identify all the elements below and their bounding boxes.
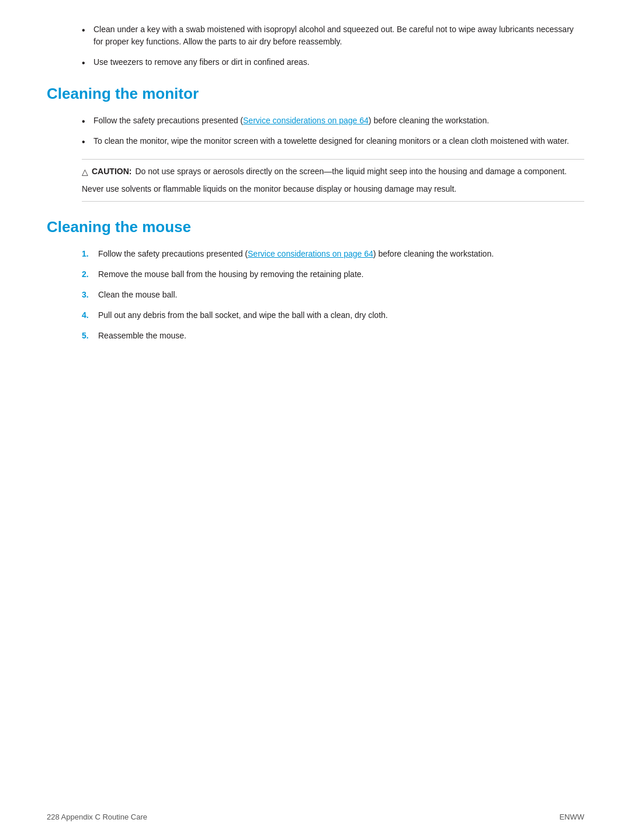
mouse-section-title: Cleaning the mouse	[47, 216, 584, 238]
mouse-step-2: 2. Remove the mouse ball from the housin…	[82, 268, 584, 281]
caution-text: Do not use sprays or aerosols directly o…	[135, 165, 567, 178]
monitor-bullet-item-2: To clean the monitor, wipe the monitor s…	[82, 135, 584, 147]
footer-left: 228 Appendix C Routine Care	[47, 811, 147, 823]
step-num-4: 4.	[82, 309, 89, 322]
caution-paragraph: Never use solvents or flammable liquids …	[82, 183, 584, 195]
mouse-step-5: 5. Reassemble the mouse.	[82, 330, 584, 342]
caution-box: △ CAUTION: Do not use sprays or aerosols…	[82, 159, 584, 202]
mouse-link-1[interactable]: Service considerations on page 64	[248, 249, 373, 258]
step-num-3: 3.	[82, 289, 89, 301]
step-num-5: 5.	[82, 330, 89, 342]
mouse-ordered-list: 1. Follow the safety precautions present…	[82, 248, 584, 342]
intro-bullet-item-1: Clean under a key with a swab moistened …	[82, 23, 584, 48]
mouse-step-3: 3. Clean the mouse ball.	[82, 289, 584, 301]
page-footer: 228 Appendix C Routine Care ENWW	[47, 811, 584, 823]
monitor-link-1[interactable]: Service considerations on page 64	[243, 116, 369, 125]
monitor-section-title: Cleaning the monitor	[47, 82, 584, 105]
mouse-step-1: 1. Follow the safety precautions present…	[82, 248, 584, 260]
mouse-step-4: 4. Pull out any debris from the ball soc…	[82, 309, 584, 322]
caution-label: CAUTION:	[92, 165, 131, 178]
step-num-1: 1.	[82, 248, 89, 260]
page: Clean under a key with a swab moistened …	[0, 0, 631, 840]
monitor-bullet-item-1: Follow the safety precautions presented …	[82, 115, 584, 127]
footer-right: ENWW	[559, 811, 584, 823]
monitor-bullet-list: Follow the safety precautions presented …	[82, 115, 584, 147]
intro-bullet-item-2: Use tweezers to remove any fibers or dir…	[82, 56, 584, 68]
caution-line: △ CAUTION: Do not use sprays or aerosols…	[82, 165, 584, 178]
intro-bullet-list: Clean under a key with a swab moistened …	[82, 23, 584, 68]
caution-triangle-icon: △	[82, 166, 88, 178]
step-num-2: 2.	[82, 268, 89, 281]
